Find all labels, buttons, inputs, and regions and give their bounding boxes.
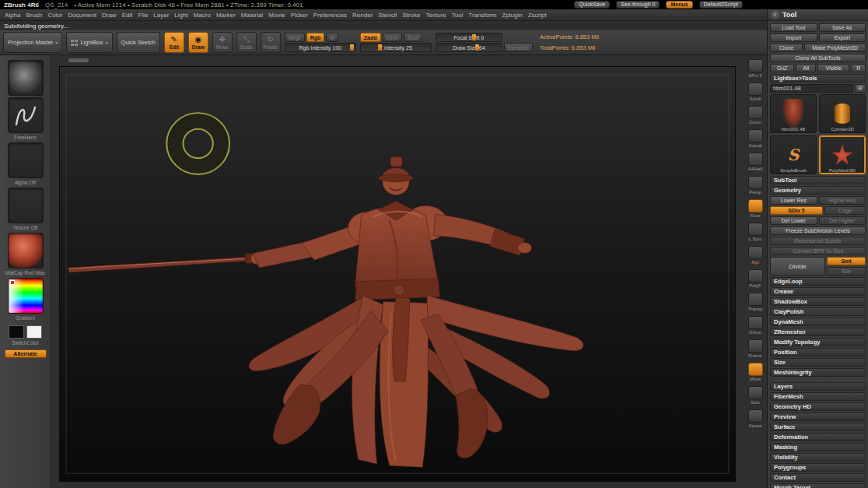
palette-section-header[interactable]: Polygroups xyxy=(770,463,866,472)
palette-section-header[interactable]: Surface xyxy=(770,423,866,431)
subsection-header[interactable]: MeshIntegrity xyxy=(770,368,866,377)
tool-name-field[interactable]: hbm001.4B xyxy=(770,84,853,93)
subsection-header[interactable]: Crease xyxy=(770,287,866,296)
goz-all-button[interactable]: All xyxy=(796,64,816,72)
del-higher-button[interactable]: Del Higher xyxy=(819,216,866,225)
rotate-mode-button[interactable]: ↻ Rotate xyxy=(261,32,281,53)
texture-thumbnail[interactable] xyxy=(8,188,44,223)
menu-item[interactable]: Brush xyxy=(26,12,42,19)
draw-size-slider[interactable]: Draw Size 64 xyxy=(436,43,502,52)
palette-section-header[interactable]: FiberMesh xyxy=(770,392,866,401)
goz-button[interactable]: GoZ xyxy=(770,64,794,72)
subsection-header[interactable]: Size xyxy=(770,358,866,367)
subsection-header[interactable]: ClayPolish xyxy=(770,307,866,316)
zadd-button[interactable]: Zadd xyxy=(360,33,381,42)
right-shelf-button[interactable]: L.Sym xyxy=(748,223,763,242)
goz-visible-button[interactable]: Visible xyxy=(817,64,849,72)
menu-item[interactable]: File xyxy=(138,12,148,19)
default-zscript-button[interactable]: DefaultZScript xyxy=(699,1,743,9)
load-tool-button[interactable]: Load Tool xyxy=(770,23,817,32)
right-shelf-button[interactable]: Move xyxy=(748,363,763,382)
draw-mode-button[interactable]: ◉ Draw xyxy=(188,32,208,53)
tool-slot[interactable]: PolyMesh3D xyxy=(819,135,866,174)
menu-item[interactable]: Zplugin xyxy=(502,12,522,19)
palette-section-header[interactable]: Visibility xyxy=(770,453,866,462)
lightbox-button[interactable]: LightBox ▾ xyxy=(66,32,112,53)
subsection-header[interactable]: EdgeLoop xyxy=(770,277,866,286)
z-intensity-slider[interactable]: Z Intensity 25 xyxy=(360,43,432,52)
zcut-button[interactable]: Zcut xyxy=(404,33,422,42)
subsection-header[interactable]: DynaMesh xyxy=(770,318,866,326)
m-button[interactable]: M xyxy=(326,33,338,42)
document-canvas[interactable] xyxy=(59,66,736,482)
menu-item[interactable]: Picker xyxy=(291,12,308,19)
slider-knob[interactable] xyxy=(350,44,354,51)
right-shelf-button[interactable]: Scroll xyxy=(748,83,763,102)
tool-slot[interactable]: Cylinder3D xyxy=(819,94,866,133)
scale-mode-button[interactable]: ⤡ Scale xyxy=(236,32,257,53)
alternate-button[interactable]: Alternate xyxy=(5,349,47,358)
rgb-intensity-slider[interactable]: Rgb Intensity 100 xyxy=(285,43,356,52)
palette-section-header[interactable]: Deformation xyxy=(770,433,866,441)
right-shelf-button[interactable]: Solo xyxy=(748,386,763,405)
subsection-header[interactable]: ZRemesher xyxy=(770,328,866,336)
menus-button[interactable]: Menus xyxy=(666,1,692,9)
dynamic-button[interactable]: Dynamic xyxy=(504,43,533,52)
menu-item[interactable]: Marker xyxy=(216,12,236,19)
menu-item[interactable]: Stroke xyxy=(402,12,420,19)
quicksave-button[interactable]: QuickSave xyxy=(574,1,610,9)
higher-res-button[interactable]: Higher Res xyxy=(819,196,866,205)
right-shelf-button[interactable]: PolyF xyxy=(748,269,763,289)
menu-item[interactable]: Light xyxy=(174,12,187,19)
menu-item[interactable]: Draw xyxy=(102,12,117,19)
menu-item[interactable]: Render xyxy=(352,12,373,19)
right-shelf-button[interactable]: Transp xyxy=(748,293,763,312)
edit-mode-button[interactable]: ✎ Edit xyxy=(164,32,184,53)
palette-section-header[interactable]: Contact xyxy=(770,473,866,482)
palette-section-header[interactable]: Masking xyxy=(770,443,866,451)
right-shelf-button[interactable]: Xyz xyxy=(748,246,763,265)
subsection-header[interactable]: Position xyxy=(770,348,866,356)
cage-button[interactable]: Cage xyxy=(824,206,866,215)
main-color-swatch[interactable] xyxy=(9,325,24,339)
menu-item[interactable]: Tool xyxy=(452,12,464,19)
make-polymesh3d-button[interactable]: Make PolyMesh3D xyxy=(804,44,866,52)
subsection-header[interactable]: ShadowBox xyxy=(770,297,866,306)
right-shelf-button[interactable]: Persp xyxy=(748,176,763,195)
right-shelf-button[interactable]: Zoom xyxy=(748,106,763,125)
slider-knob[interactable] xyxy=(378,44,382,51)
right-shelf-button[interactable]: Ghost xyxy=(748,316,763,335)
quick-sketch-button[interactable]: Quick Sketch xyxy=(117,32,160,53)
menu-item[interactable]: Layer xyxy=(153,12,169,19)
right-shelf-button[interactable]: SPix 3 xyxy=(748,59,763,79)
mrgb-button[interactable]: Mrgb xyxy=(285,33,305,42)
right-shelf-button[interactable]: Frame xyxy=(748,339,763,359)
freeze-subdivision-levels-button[interactable]: Freeze SubDivision Levels xyxy=(770,226,866,235)
secondary-color-swatch[interactable] xyxy=(26,325,42,339)
slider-knob[interactable] xyxy=(472,34,476,40)
material-thumbnail[interactable] xyxy=(8,233,44,269)
subtool-section-header[interactable]: SubTool xyxy=(770,176,866,184)
menu-item[interactable]: Document xyxy=(68,12,96,19)
see-through-slider[interactable]: See-through 0 xyxy=(616,1,660,9)
stroke-thumbnail[interactable] xyxy=(8,97,44,133)
import-button[interactable]: Import xyxy=(770,33,817,42)
menu-item[interactable]: Stencil xyxy=(378,12,397,19)
menu-item[interactable]: Zscript xyxy=(528,12,547,19)
color-picker[interactable] xyxy=(8,278,44,314)
clone-all-subtools-button[interactable]: Clone All SubTools xyxy=(770,54,866,62)
right-shelf-button[interactable]: AAHalf xyxy=(748,153,763,172)
menu-item[interactable]: Preferences xyxy=(313,12,347,19)
menu-item[interactable]: Color xyxy=(47,12,62,19)
menu-item[interactable]: Transform xyxy=(468,12,496,19)
menu-item[interactable]: Texture xyxy=(425,12,446,19)
focal-shift-slider[interactable]: Focal Shift 0 xyxy=(436,33,502,42)
palette-section-header[interactable]: Preview xyxy=(770,413,866,421)
zsub-button[interactable]: Zsub xyxy=(383,33,403,42)
palette-section-header[interactable]: Morph Target xyxy=(770,483,866,488)
goz-r-button[interactable]: R xyxy=(851,64,866,72)
right-shelf-button[interactable]: Actual xyxy=(748,129,763,149)
rename-tool-button[interactable]: R xyxy=(855,84,866,93)
convert-bpr-to-geo-button[interactable]: Convert BPR To Geo xyxy=(770,247,866,255)
slider-knob[interactable] xyxy=(475,44,479,51)
